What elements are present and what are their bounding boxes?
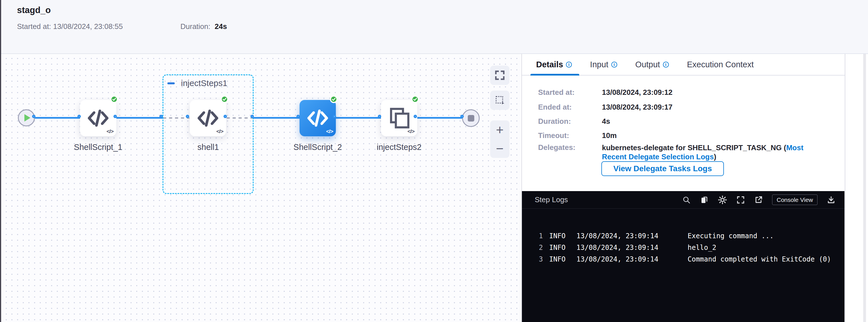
step-details-panel: Details i Input i Output i Execution Con…: [521, 54, 845, 322]
log-line-number: 2: [537, 244, 543, 252]
log-timestamp: 13/08/2024, 23:09:14: [577, 232, 658, 240]
console-view-button[interactable]: Console View: [772, 195, 817, 205]
status-badge-success: [411, 95, 419, 103]
check-icon: [331, 97, 336, 101]
check-icon: [413, 97, 417, 101]
code-icon: [87, 107, 110, 130]
info-icon[interactable]: i: [566, 62, 572, 67]
shell-script-type-icon: </>: [107, 128, 114, 135]
detail-label: Timeout:: [538, 131, 569, 140]
connector-segment: [416, 117, 464, 119]
connection-port: [250, 115, 254, 118]
log-message: Command completed with ExitCode (0): [688, 255, 831, 263]
detail-label: Delegates:: [538, 143, 576, 152]
step-node-shell1[interactable]: </>: [190, 100, 226, 136]
gear-icon[interactable]: [718, 195, 727, 204]
tab-details[interactable]: Details i: [536, 60, 572, 69]
search-icon[interactable]: [682, 196, 691, 204]
connection-port: [378, 115, 381, 118]
connection-port: [413, 115, 417, 118]
zoom-out-button[interactable]: −: [490, 139, 509, 158]
step-label: injectSteps2: [377, 143, 422, 152]
view-delegate-tasks-logs-button[interactable]: View Delegate Tasks Logs: [601, 161, 724, 176]
detail-label: Started at:: [538, 88, 575, 97]
delegates-value: kubernetes-delegate for SHELL_SCRIPT_TAS…: [602, 143, 829, 161]
download-icon[interactable]: [827, 196, 835, 204]
log-line-number: 1: [537, 232, 543, 240]
log-level: INFO: [549, 244, 566, 252]
check-icon: [112, 97, 117, 101]
details-tab-bar: Details i Input i Output i Execution Con…: [522, 54, 845, 76]
fit-to-screen-button[interactable]: [490, 66, 509, 85]
play-icon: [24, 114, 30, 121]
external-link-icon[interactable]: [754, 196, 763, 204]
active-tab-underline: [530, 74, 579, 76]
tab-output[interactable]: Output i: [636, 60, 669, 69]
status-badge-success: [110, 95, 118, 103]
end-node: [462, 109, 480, 127]
duration-label: Duration:: [180, 22, 211, 31]
log-message: hello_2: [688, 244, 716, 252]
step-group-label: injectSteps1: [181, 78, 227, 88]
log-timestamp: 13/08/2024, 23:09:14: [577, 244, 658, 252]
detail-value: 4s: [602, 117, 610, 126]
code-icon: [306, 107, 329, 130]
log-timestamp: 13/08/2024, 23:09:14: [577, 255, 658, 263]
connection-port: [297, 115, 300, 118]
connector-segment: [116, 117, 163, 119]
step-node-shellscript-1[interactable]: </>: [80, 100, 116, 136]
duration-text: Duration: 24s: [180, 22, 227, 31]
log-level: INFO: [549, 255, 566, 263]
started-at-text: Started at: 13/08/2024, 23:08:55: [17, 22, 123, 31]
tab-input[interactable]: Input i: [590, 60, 617, 69]
expand-fullscreen-icon[interactable]: [736, 196, 745, 204]
delegate-name-text: kubernetes-delegate for SHELL_SCRIPT_TAS…: [602, 143, 786, 152]
stage-title: stagd_o: [17, 5, 51, 15]
status-badge-success: [330, 95, 338, 103]
connection-port: [186, 115, 189, 118]
duration-value: 24s: [215, 22, 227, 31]
zoom-in-button[interactable]: +: [490, 120, 509, 139]
info-icon[interactable]: i: [611, 62, 617, 67]
status-badge-success: [221, 95, 228, 103]
step-node-injectsteps2[interactable]: </>: [381, 100, 417, 136]
tab-input-label: Input: [590, 60, 609, 69]
scrollbar[interactable]: [864, 54, 866, 322]
marquee-select-button[interactable]: [490, 91, 509, 110]
connector-segment: [34, 117, 82, 119]
code-icon: [196, 107, 220, 130]
step-node-shellscript-2[interactable]: </>: [300, 100, 336, 136]
delegates-suffix: ): [714, 152, 716, 161]
started-at-value: 13/08/2024, 23:08:55: [53, 22, 123, 31]
step-logs-header: Step Logs: [522, 191, 844, 209]
step-label: ShellScript_2: [293, 143, 342, 152]
detail-label: Duration:: [538, 117, 571, 126]
connection-port: [223, 115, 227, 118]
start-node: [18, 109, 35, 126]
detail-value: 13/08/2024, 23:09:12: [602, 88, 673, 97]
connection-port: [460, 115, 464, 118]
collapse-group-icon[interactable]: [167, 82, 175, 84]
step-label: ShellScript_1: [74, 143, 123, 152]
tab-execution-context[interactable]: Execution Context: [687, 60, 754, 69]
detail-value: 13/08/2024, 23:09:17: [602, 103, 673, 112]
tab-execution-context-label: Execution Context: [687, 60, 754, 69]
log-line: 3 INFO 13/08/2024, 23:09:14 Command comp…: [522, 255, 844, 265]
connector-segment: [253, 117, 300, 119]
connection-port: [159, 115, 163, 118]
check-icon: [222, 97, 227, 101]
detail-label: Ended at:: [538, 103, 571, 112]
step-group-header[interactable]: injectSteps1: [167, 78, 227, 88]
detail-value: 10m: [602, 131, 617, 140]
log-line: 1 INFO 13/08/2024, 23:09:14 Executing co…: [522, 232, 844, 242]
pipeline-canvas[interactable]: injectSteps1 </> </> </>: [1, 54, 521, 322]
connection-port: [333, 115, 336, 118]
info-icon[interactable]: i: [663, 62, 669, 67]
tab-output-label: Output: [636, 60, 660, 69]
marquee-select-icon: [495, 95, 505, 105]
step-logs-toolbar: Console View: [682, 195, 844, 205]
fullscreen-icon: [495, 70, 505, 80]
log-line: 2 INFO 13/08/2024, 23:09:14 hello_2: [522, 244, 844, 253]
copy-icon[interactable]: [700, 196, 709, 204]
started-at-label: Started at:: [17, 22, 51, 31]
